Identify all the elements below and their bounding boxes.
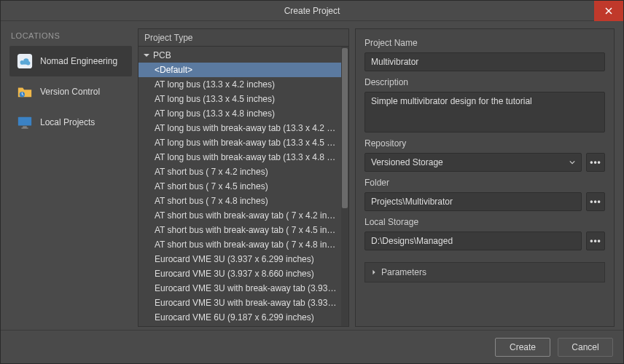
location-label: Version Control (40, 87, 100, 97)
cloud-icon (17, 53, 33, 69)
project-type-item[interactable]: AT long bus (13.3 x 4.8 inches) (139, 106, 341, 121)
locations-panel: LOCATIONS Nomad Engineering Version Cont… (9, 28, 132, 327)
repository-select[interactable]: Versioned Storage (364, 153, 582, 172)
project-type-item[interactable]: AT short bus ( 7 x 4.8 inches) (139, 194, 341, 208)
locations-header: LOCATIONS (9, 28, 132, 46)
description-label: Description (364, 77, 605, 87)
description-input[interactable] (364, 92, 605, 132)
caret-down-icon (143, 52, 150, 59)
close-button[interactable] (594, 1, 623, 21)
repository-value: Versioned Storage (371, 157, 443, 167)
project-type-item[interactable]: AT long bus with break-away tab (13.3 x … (139, 135, 341, 150)
project-type-item[interactable]: Eurocard VME 3U with break-away tab (3.9… (139, 281, 341, 296)
location-local-projects[interactable]: Local Projects (9, 107, 132, 138)
project-type-panel: Project Type PCB <Default>AT long bus (1… (138, 28, 349, 327)
folder-vc-icon (17, 84, 33, 100)
svg-rect-8 (21, 127, 28, 128)
project-type-list: PCB <Default>AT long bus (13.3 x 4.2 inc… (139, 47, 341, 326)
location-nomad-engineering[interactable]: Nomad Engineering (9, 46, 132, 76)
svg-rect-6 (18, 117, 31, 126)
project-type-item[interactable]: AT long bus (13.3 x 4.5 inches) (139, 92, 341, 106)
folder-field[interactable]: Projects\Multivibrator (364, 192, 582, 211)
caret-right-icon (371, 269, 377, 275)
folder-label: Folder (364, 178, 605, 188)
repository-label: Repository (364, 138, 605, 149)
repository-browse-button[interactable]: ••• (586, 153, 605, 172)
project-type-group-pcb[interactable]: PCB (139, 48, 341, 63)
scrollbar-thumb[interactable] (342, 48, 348, 208)
project-type-item[interactable]: Eurocard VME 6U (9.187 x 6.299 inches) (139, 310, 341, 325)
local-storage-browse-button[interactable]: ••• (586, 232, 605, 250)
cancel-button[interactable]: Cancel (558, 338, 613, 357)
project-type-item[interactable]: AT long bus with break-away tab (13.3 x … (139, 150, 341, 165)
project-type-item[interactable]: Eurocard VME 3U (3.937 x 6.299 inches) (139, 252, 341, 266)
dialog-footer: Create Cancel (1, 330, 623, 363)
monitor-icon (17, 114, 33, 130)
svg-rect-7 (23, 127, 27, 128)
project-name-label: Project Name (364, 38, 605, 48)
ellipsis-icon: ••• (590, 197, 601, 207)
create-project-dialog: Create Project LOCATIONS Nomad Engineeri… (0, 0, 624, 364)
parameters-expander[interactable]: Parameters (364, 262, 605, 282)
project-type-item[interactable]: AT short bus with break-away tab ( 7 x 4… (139, 208, 341, 223)
project-type-item[interactable]: AT short bus with break-away tab ( 7 x 4… (139, 237, 341, 252)
project-form: Project Name Description Repository Vers… (355, 28, 615, 327)
ellipsis-icon: ••• (590, 157, 601, 167)
project-type-item[interactable]: AT long bus with break-away tab (13.3 x … (139, 121, 341, 135)
location-label: Local Projects (40, 117, 95, 127)
close-icon (605, 7, 612, 15)
location-version-control[interactable]: Version Control (9, 76, 132, 107)
project-type-item[interactable]: AT short bus ( 7 x 4.2 inches) (139, 165, 341, 179)
svg-rect-4 (21, 62, 30, 65)
project-type-item[interactable]: AT short bus with break-away tab ( 7 x 4… (139, 223, 341, 237)
project-type-body: PCB <Default>AT long bus (13.3 x 4.2 inc… (139, 47, 348, 326)
location-label: Nomad Engineering (40, 56, 117, 66)
local-storage-field[interactable]: D:\Designs\Managed (364, 232, 582, 250)
project-type-item[interactable]: AT short bus ( 7 x 4.5 inches) (139, 179, 341, 194)
dialog-title: Create Project (284, 6, 340, 16)
group-label: PCB (153, 50, 171, 60)
project-type-item[interactable]: Eurocard VME 3U with break-away tab (3.9… (139, 296, 341, 310)
project-type-header: Project Type (139, 29, 348, 47)
project-type-scrollbar[interactable] (341, 47, 348, 326)
parameters-label: Parameters (381, 267, 426, 277)
project-type-item[interactable]: <Default> (139, 63, 341, 77)
titlebar: Create Project (1, 1, 623, 21)
local-storage-label: Local Storage (364, 217, 605, 227)
chevron-down-icon (569, 159, 575, 165)
create-button[interactable]: Create (495, 338, 550, 357)
project-type-item[interactable]: Eurocard VME 3U (3.937 x 8.660 inches) (139, 266, 341, 281)
dialog-content: LOCATIONS Nomad Engineering Version Cont… (1, 21, 623, 330)
folder-browse-button[interactable]: ••• (586, 192, 605, 211)
ellipsis-icon: ••• (590, 236, 601, 246)
project-type-item[interactable]: AT long bus (13.3 x 4.2 inches) (139, 77, 341, 92)
project-name-input[interactable] (364, 52, 605, 71)
